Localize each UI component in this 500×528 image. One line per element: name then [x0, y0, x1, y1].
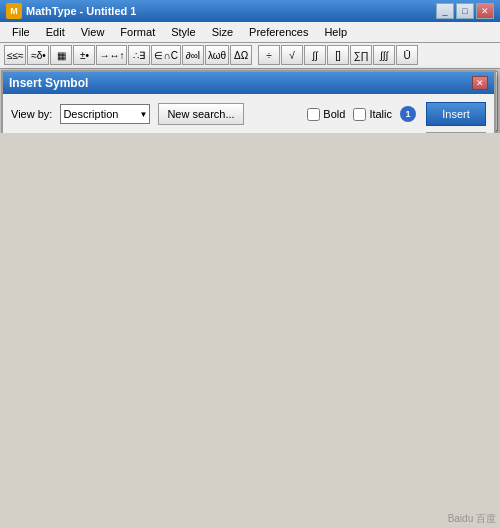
tb-fraction[interactable]: ÷	[258, 45, 280, 65]
window-controls: _ □ ✕	[436, 3, 494, 19]
menu-preferences[interactable]: Preferences	[241, 24, 316, 40]
maximize-button[interactable]: □	[456, 3, 474, 19]
tb-bar[interactable]: Ū	[396, 45, 418, 65]
tb-operators[interactable]: ≈δ•	[27, 45, 49, 65]
tb-calculus[interactable]: ∂∞l	[182, 45, 204, 65]
tb-plusminus[interactable]: ±•	[73, 45, 95, 65]
menu-style[interactable]: Style	[163, 24, 203, 40]
app-icon: M	[6, 3, 22, 19]
italic-checkbox-label[interactable]: Italic	[353, 108, 392, 121]
tb-radical[interactable]: √	[281, 45, 303, 65]
tb-summation[interactable]: ∑∏	[350, 45, 372, 65]
app-title: MathType - Untitled 1	[26, 5, 136, 17]
tb-script[interactable]: ∫∫	[304, 45, 326, 65]
menu-bar: File Edit View Format Style Size Prefere…	[0, 22, 500, 43]
italic-label: Italic	[369, 108, 392, 120]
title-bar: M MathType - Untitled 1 _ □ ✕	[0, 0, 500, 22]
toolbar-area: ≤≤≈ ≈δ• ▦ ±• →↔↑ ∴∃ ∈∩C ∂∞l λωθ ΔΩ ÷ √ ∫…	[0, 43, 500, 69]
tb-fence[interactable]: []	[327, 45, 349, 65]
view-by-select[interactable]: Description ▼	[60, 104, 150, 124]
tb-matrix[interactable]: ▦	[50, 45, 72, 65]
minimize-button[interactable]: _	[436, 3, 454, 19]
tb-inequalities[interactable]: ≤≤≈	[4, 45, 26, 65]
bold-checkbox[interactable]	[307, 108, 320, 121]
italic-checkbox[interactable]	[353, 108, 366, 121]
new-search-button[interactable]: New search...	[158, 103, 243, 125]
toolbar-row-1: ≤≤≈ ≈δ• ▦ ±• →↔↑ ∴∃ ∈∩C ∂∞l λωθ ΔΩ ÷ √ ∫…	[4, 45, 496, 65]
tb-arrows[interactable]: →↔↑	[96, 45, 127, 65]
tb-logic[interactable]: ∴∃	[128, 45, 150, 65]
menu-edit[interactable]: Edit	[38, 24, 73, 40]
insert-symbol-dialog: Insert Symbol ✕ View by: Description ▼ N…	[1, 70, 496, 133]
view-by-row: View by: Description ▼ New search... Bol…	[11, 102, 486, 126]
insert-button[interactable]: Insert	[426, 102, 486, 126]
close-window-button[interactable]: ✕	[476, 3, 494, 19]
menu-format[interactable]: Format	[112, 24, 163, 40]
tb-integral[interactable]: ∫∫∫	[373, 45, 395, 65]
dialog-close-x-button[interactable]: ✕	[472, 76, 488, 90]
tb-sets[interactable]: ∈∩C	[151, 45, 180, 65]
menu-view[interactable]: View	[73, 24, 113, 40]
menu-file[interactable]: File	[4, 24, 38, 40]
description-row: Description contains: Show one of each 2…	[11, 132, 486, 133]
dialog-title-bar: Insert Symbol ✕	[3, 72, 494, 94]
view-by-value: Description	[63, 108, 118, 120]
menu-size[interactable]: Size	[204, 24, 241, 40]
bold-label: Bold	[323, 108, 345, 120]
menu-help[interactable]: Help	[316, 24, 355, 40]
tb-greek-lower[interactable]: λωθ	[205, 45, 229, 65]
close-button[interactable]: Close	[426, 132, 486, 133]
equation-area[interactable]: Insert Symbol ✕ View by: Description ▼ N…	[2, 71, 498, 131]
view-by-label: View by:	[11, 108, 52, 120]
bold-checkbox-label[interactable]: Bold	[307, 108, 345, 121]
dialog-title: Insert Symbol	[9, 76, 88, 90]
tb-greek-upper[interactable]: ΔΩ	[230, 45, 252, 65]
dropdown-arrow-icon: ▼	[139, 110, 147, 119]
insert-badge: 1	[400, 106, 416, 122]
